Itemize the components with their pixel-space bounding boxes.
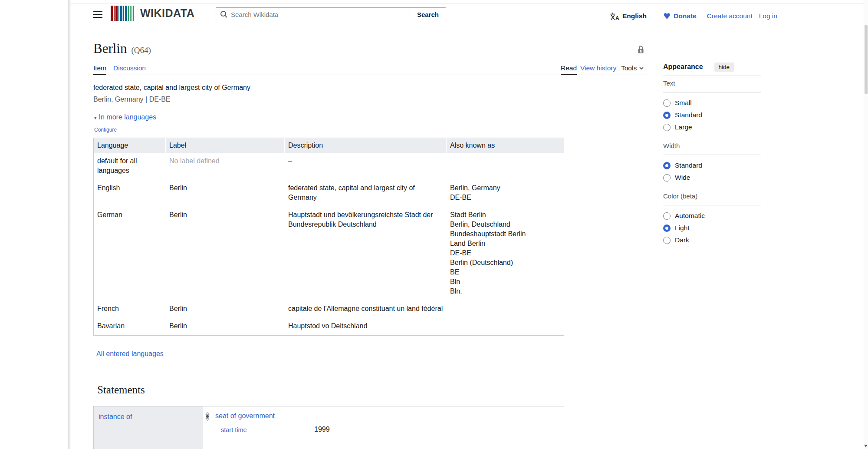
cell-description: – — [285, 153, 447, 180]
lock-icon[interactable] — [637, 45, 644, 56]
column-header: Language — [94, 138, 166, 153]
normal-rank-icon[interactable] — [205, 412, 210, 423]
radio-option-wide[interactable]: Wide — [663, 172, 761, 184]
radio-option-label: Dark — [675, 236, 689, 244]
title-divider — [93, 58, 647, 58]
tab-discussion[interactable]: Discussion — [113, 64, 146, 72]
cell-label: Berlin — [166, 300, 285, 318]
tab-read-active-underline — [561, 74, 577, 75]
language-button-label: English — [622, 12, 647, 20]
window-top-edge — [68, 3, 864, 4]
svg-text:A: A — [615, 15, 619, 20]
statement-value-link[interactable]: seat of government — [215, 412, 275, 420]
wikidata-logo[interactable]: WIKIDATA — [111, 6, 194, 21]
cell-language: Bavarian — [94, 318, 166, 335]
radio-option-label: Wide — [675, 174, 690, 182]
radio-option-label: Standard — [675, 162, 702, 169]
tab-view-history[interactable]: View history — [580, 64, 616, 72]
barcode-bar — [133, 6, 134, 21]
statement-property-cell: instance of — [94, 406, 203, 449]
alias-item: DE-BE — [450, 193, 560, 202]
heart-icon: ♥ — [663, 11, 671, 21]
in-more-languages-toggle[interactable]: ▾In more languages — [94, 113, 156, 121]
barcode-bar — [120, 6, 122, 21]
alias-item: Bln. — [450, 287, 560, 296]
barcode-bar — [130, 6, 131, 21]
donate-link[interactable]: Donate — [674, 12, 697, 20]
create-account-link[interactable]: Create account — [707, 12, 753, 20]
configure-link[interactable]: Configure — [94, 127, 117, 133]
radio-option-label: Small — [675, 99, 692, 107]
entity-label: Berlin — [93, 41, 127, 56]
cell-description: Hauptstod vo Deitschland — [285, 318, 447, 335]
appearance-header: Appearance hide — [663, 62, 761, 72]
radio-unselected-icon[interactable] — [663, 99, 671, 107]
radio-unselected-icon[interactable] — [663, 124, 671, 131]
appearance-divider — [663, 76, 761, 76]
search-button[interactable]: Search — [410, 7, 446, 21]
column-header: Description — [285, 138, 447, 153]
search-icon — [220, 10, 228, 20]
radio-unselected-icon[interactable] — [663, 237, 671, 244]
log-in-link[interactable]: Log in — [759, 12, 777, 20]
section-divider — [663, 92, 761, 92]
section-divider — [663, 155, 761, 155]
entity-alias-line: Berlin, Germany | DE-BE — [93, 96, 171, 103]
radio-option-small[interactable]: Small — [663, 97, 761, 109]
cell-description: capitale de l'Allemagne constituant un l… — [285, 300, 447, 318]
cell-label: Berlin — [166, 207, 285, 300]
radio-option-dark[interactable]: Dark — [663, 234, 761, 246]
tab-item[interactable]: Item — [93, 64, 106, 72]
qualifier-property-link[interactable]: start time — [221, 426, 247, 433]
barcode-bar — [118, 6, 119, 21]
appearance-section-label-width: Width — [663, 142, 761, 149]
alias-item: Berlin, Germany — [450, 183, 560, 193]
radio-option-standard[interactable]: Standard — [663, 109, 761, 121]
cell-label: No label defined — [166, 153, 285, 180]
cell-description: federated state, capital and largest cit… — [285, 180, 447, 207]
language-button[interactable]: A English — [610, 12, 647, 20]
chevron-down-icon — [639, 66, 644, 70]
all-entered-languages-link[interactable]: All entered languages — [96, 350, 164, 358]
column-header: Also known as — [447, 138, 564, 153]
barcode-bar — [114, 6, 115, 21]
appearance-hide-button[interactable]: hide — [714, 63, 734, 72]
barcode-bar — [132, 6, 132, 21]
tab-tools[interactable]: Tools — [621, 64, 644, 72]
window-left-edge — [68, 0, 71, 449]
barcode-bar — [128, 6, 129, 21]
radio-option-label: Light — [675, 224, 690, 232]
column-header: Label — [166, 138, 285, 153]
cell-label: Berlin — [166, 318, 285, 335]
language-table-body: default for all languagesNo label define… — [94, 153, 564, 335]
alias-item: BE — [450, 267, 560, 277]
barcode-bar — [111, 6, 113, 21]
logo-text: WIKIDATA — [140, 7, 194, 20]
radio-option-automatic[interactable]: Automatic — [663, 210, 761, 222]
alias-item: Bln — [450, 277, 560, 287]
radio-option-light[interactable]: Light — [663, 222, 761, 234]
cell-description: Hauptstadt und bevölkerungsreichste Stad… — [285, 207, 447, 300]
cell-language: French — [94, 300, 166, 318]
radio-selected-icon[interactable] — [663, 224, 671, 232]
property-link[interactable]: instance of — [99, 413, 132, 420]
search-input[interactable] — [216, 7, 410, 21]
scrollbar-thumb[interactable] — [865, 25, 868, 94]
page-title: Berlin(Q64) — [93, 41, 151, 56]
scrollbar[interactable] — [864, 0, 868, 449]
radio-unselected-icon[interactable] — [663, 212, 671, 220]
appearance-section-label-color-beta-: Color (beta) — [663, 192, 761, 200]
scrollbar-down-arrow-icon[interactable] — [864, 445, 868, 447]
radio-selected-icon[interactable] — [663, 162, 671, 169]
barcode-bar — [115, 6, 118, 21]
radio-option-standard[interactable]: Standard — [663, 159, 761, 172]
alias-item: Bundeshauptstadt Berlin — [450, 229, 560, 239]
tab-item-active-underline — [93, 74, 106, 75]
menu-icon[interactable] — [93, 11, 102, 18]
tab-read[interactable]: Read — [561, 64, 577, 72]
radio-selected-icon[interactable] — [663, 112, 671, 119]
cell-language: German — [94, 207, 166, 300]
appearance-section-label-text: Text — [663, 79, 761, 87]
radio-option-large[interactable]: Large — [663, 121, 761, 133]
radio-unselected-icon[interactable] — [663, 174, 671, 182]
